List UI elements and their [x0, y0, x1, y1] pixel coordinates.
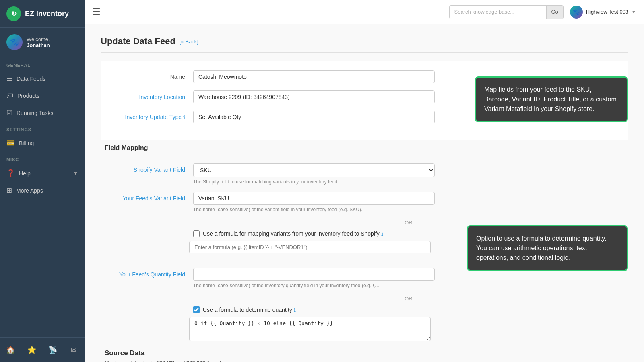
sidebar-item-products[interactable]: 🏷 Products	[0, 87, 85, 104]
name-label: Name	[105, 70, 193, 80]
formula-input[interactable]	[189, 241, 431, 253]
main-area: ☰ Go 🐾 Highview Test 003 ▼ Update Data F…	[85, 0, 644, 362]
feed-icon[interactable]: 📡	[45, 343, 60, 357]
sidebar-item-more-apps[interactable]: ⊞ More Apps	[0, 182, 85, 199]
sidebar-item-label: Help	[19, 170, 31, 177]
sidebar-item-running-tasks[interactable]: ☑ Running Tasks	[0, 104, 85, 121]
inventory-location-label: Inventory Location	[105, 90, 193, 100]
home-icon[interactable]: 🏠	[3, 343, 18, 357]
quantity-formula-checkbox-row: Use a formula to determine quantity ℹ	[101, 306, 628, 313]
content-area: Update Data Feed [« Back] Name Inventory…	[85, 24, 644, 362]
shopify-variant-field-hint: The Shopify field to use for matching va…	[193, 179, 435, 185]
sidebar-item-label: More Apps	[16, 187, 43, 194]
feed-variant-field-row: Your Feed's Variant Field The name (case…	[101, 192, 628, 212]
logo-icon: ↻	[6, 6, 21, 21]
section-label-general: GENERAL	[0, 57, 85, 70]
sidebar-item-billing[interactable]: 💳 Billing	[0, 134, 85, 152]
sidebar-item-label: Billing	[19, 140, 34, 146]
quantity-formula-textarea[interactable]	[189, 317, 431, 341]
inventory-location-control-wrap	[193, 90, 435, 103]
inventory-update-type-control-wrap	[193, 111, 435, 123]
billing-icon: 💳	[6, 139, 15, 147]
sidebar-item-data-feeds[interactable]: ☰ Data Feeds	[0, 70, 85, 87]
tag-icon: 🏷	[6, 92, 13, 100]
quantity-formula-checkbox-label[interactable]: Use a formula to determine quantity ℹ	[203, 306, 296, 313]
source-data-title: Source Data	[105, 349, 624, 357]
chevron-down-icon: ▼	[73, 171, 78, 176]
shopify-variant-field-select[interactable]: SKU Barcode Variant ID Product Title Cus…	[193, 163, 435, 177]
mail-icon[interactable]: ✉	[67, 343, 81, 357]
search-bar: Go	[449, 5, 564, 19]
sidebar-logo-text: EZ Inventory	[25, 10, 69, 18]
inventory-update-type-input[interactable]	[193, 111, 435, 123]
user-badge-chevron: ▼	[632, 10, 636, 14]
source-data-section: Source Data Maximum data size is 100 MB …	[101, 349, 628, 362]
sidebar-item-label: Running Tasks	[17, 110, 54, 116]
user-section: 🐾 Welcome, Jonathan	[0, 28, 85, 57]
quantity-formula-checkbox[interactable]	[193, 306, 200, 313]
formula-checkbox[interactable]	[193, 230, 200, 237]
hamburger-icon[interactable]: ☰	[93, 7, 101, 17]
sidebar: ↻ EZ Inventory 🐾 Welcome, Jonathan GENER…	[0, 0, 85, 362]
field-mapping-section-heading: Field Mapping	[101, 140, 628, 156]
help-icon: ❓	[6, 169, 15, 177]
shopify-variant-field-control-wrap: SKU Barcode Variant ID Product Title Cus…	[193, 163, 435, 185]
feed-variant-field-input[interactable]	[193, 192, 435, 205]
feed-variant-field-label: Your Feed's Variant Field	[105, 192, 193, 202]
user-info: Welcome, Jonathan	[27, 36, 50, 48]
section-label-settings: SETTINGS	[0, 121, 85, 134]
search-input[interactable]	[450, 6, 546, 19]
back-link[interactable]: [« Back]	[180, 39, 198, 45]
inventory-update-type-label: Inventory Update Type ℹ	[105, 111, 193, 120]
tasks-icon: ☑	[6, 109, 12, 117]
more-apps-icon: ⊞	[6, 186, 12, 195]
feed-variant-field-hint: The name (case-sensitive) of the variant…	[193, 207, 435, 212]
tooltip-quantity-formula: Option to use a formula to determine qua…	[467, 225, 628, 271]
section-label-misc: MISC	[0, 152, 85, 165]
feed-quantity-field-label: Your Feed's Quantity Field	[105, 268, 193, 278]
feed-variant-field-control-wrap: The name (case-sensitive) of the variant…	[193, 192, 435, 212]
or-divider-1: — OR —	[101, 220, 628, 226]
shopify-variant-field-row: Shopify Variant Field SKU Barcode Varian…	[101, 163, 628, 185]
user-badge-avatar: 🐾	[570, 6, 583, 19]
page-title: Update Data Feed	[101, 36, 175, 47]
inventory-location-input[interactable]	[193, 90, 435, 103]
shopify-variant-field-label: Shopify Variant Field	[105, 163, 193, 173]
sidebar-item-label: Products	[17, 93, 39, 99]
user-badge-name: Highview Test 003	[586, 9, 628, 15]
tooltip-field-mapping: Map fields from your feed to the SKU, Ba…	[475, 76, 628, 122]
name-control-wrap	[193, 70, 435, 83]
topbar: ☰ Go 🐾 Highview Test 003 ▼	[85, 0, 644, 24]
formula-checkbox-label[interactable]: Use a formula for mapping variants from …	[203, 230, 383, 237]
feed-quantity-field-hint: The name (case-sensitive) of the invento…	[193, 283, 435, 288]
user-badge[interactable]: 🐾 Highview Test 003 ▼	[570, 6, 636, 19]
name-input[interactable]	[193, 70, 435, 83]
or-divider-2: — OR —	[101, 296, 628, 302]
star-icon[interactable]: ⭐	[25, 343, 39, 357]
info-icon-quantity-formula: ℹ	[294, 307, 296, 313]
sidebar-bottom-icons: 🏠 ⭐ 📡 ✉	[0, 337, 85, 362]
avatar: 🐾	[6, 34, 23, 50]
page-header: Update Data Feed [« Back]	[101, 36, 628, 53]
grid-icon: ☰	[6, 74, 12, 83]
info-icon-formula: ℹ	[381, 231, 383, 237]
info-icon-update-type: ℹ	[183, 114, 185, 120]
sidebar-item-label: Data Feeds	[17, 76, 45, 82]
feed-quantity-field-control-wrap: The name (case-sensitive) of the invento…	[193, 268, 435, 288]
search-button[interactable]: Go	[546, 6, 563, 19]
feed-quantity-field-input[interactable]	[193, 268, 435, 281]
sidebar-item-help[interactable]: ❓ Help ▼	[0, 165, 85, 182]
source-data-hint: Maximum data size is 100 MB and 200,000 …	[105, 360, 624, 362]
sidebar-logo[interactable]: ↻ EZ Inventory	[0, 0, 85, 28]
